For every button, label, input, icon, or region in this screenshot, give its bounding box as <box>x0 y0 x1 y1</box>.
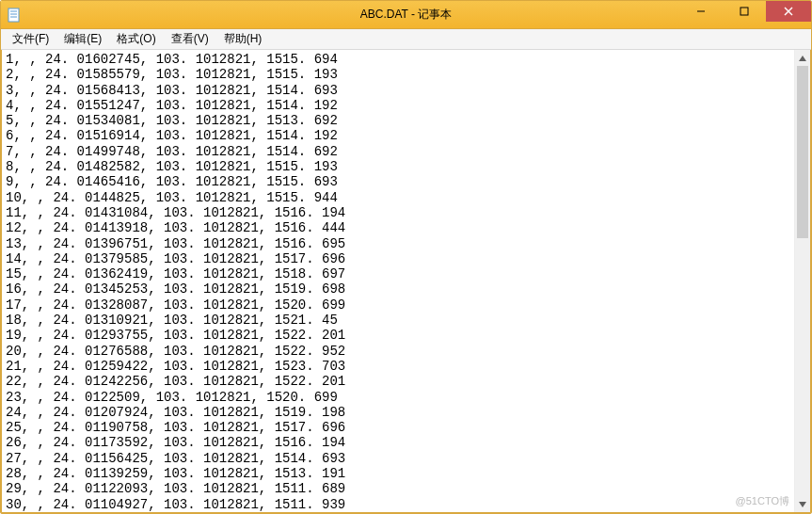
vertical-scrollbar[interactable] <box>794 50 810 512</box>
notepad-icon <box>7 8 22 23</box>
window-titlebar[interactable]: ABC.DAT - 记事本 <box>1 1 811 29</box>
scroll-track[interactable] <box>795 66 810 496</box>
scroll-thumb[interactable] <box>797 66 808 238</box>
menu-view[interactable]: 查看(V) <box>164 29 216 49</box>
svg-rect-0 <box>8 8 19 22</box>
menu-help[interactable]: 帮助(H) <box>216 29 270 49</box>
svg-marker-9 <box>799 502 806 507</box>
menu-edit[interactable]: 编辑(E) <box>56 29 109 49</box>
minimize-button[interactable] <box>679 1 723 22</box>
text-editor[interactable]: 1, , 24. 01602745, 103. 1012821, 1515. 6… <box>2 50 794 512</box>
maximize-button[interactable] <box>723 1 766 22</box>
scroll-down-arrow[interactable] <box>795 496 810 512</box>
scroll-up-arrow[interactable] <box>795 50 810 66</box>
window-controls <box>679 1 811 28</box>
menu-format[interactable]: 格式(O) <box>109 29 163 49</box>
svg-rect-5 <box>740 8 748 15</box>
svg-marker-8 <box>799 56 806 61</box>
content-area: 1, , 24. 01602745, 103. 1012821, 1515. 6… <box>1 50 811 513</box>
menu-bar: 文件(F) 编辑(E) 格式(O) 查看(V) 帮助(H) <box>1 29 811 50</box>
close-button[interactable] <box>766 1 811 22</box>
menu-file[interactable]: 文件(F) <box>5 29 56 49</box>
